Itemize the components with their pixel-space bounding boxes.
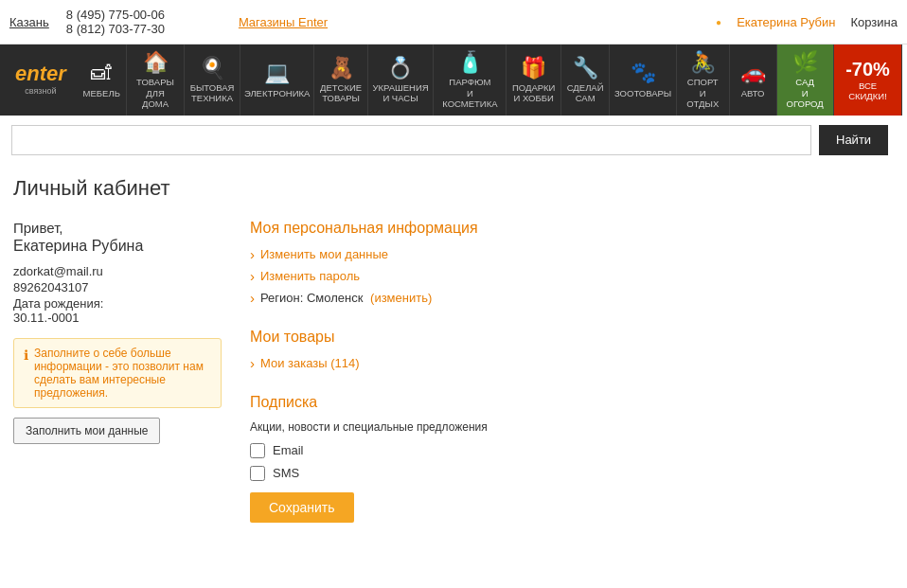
page-title: Личный кабинет bbox=[13, 176, 894, 201]
change-password-link[interactable]: Изменить пароль bbox=[260, 269, 360, 283]
nav-item-sport[interactable]: 🚴 СПОРТИ ОТДЫХ bbox=[677, 45, 730, 116]
nav-item-electronics[interactable]: 💻 ЭЛЕКТРОНИКА bbox=[240, 45, 315, 116]
personal-section: Моя персональная информация Изменить мои… bbox=[250, 220, 894, 306]
nav-items: 🛋 МЕБЕЛЬ 🏠 ТОВАРЫДЛЯ ДОМА 🍳 БЫТОВАЯТЕХНИ… bbox=[78, 45, 907, 116]
orders-section-title: Мои товары bbox=[250, 329, 894, 346]
user-phone: 89262043107 bbox=[13, 280, 222, 294]
user-fullname: Екатерина Рубина bbox=[13, 238, 222, 255]
subscription-section: Подписка Акции, новости и специальные пр… bbox=[250, 394, 894, 523]
edit-data-item: Изменить мои данные bbox=[250, 246, 894, 262]
nav-item-diy[interactable]: 🔧 СДЕЛАЙСАМ bbox=[561, 45, 610, 116]
fill-data-button[interactable]: Заполнить мои данные bbox=[13, 418, 160, 444]
jewelry-label: УКРАШЕНИЯИ ЧАСЫ bbox=[372, 82, 428, 104]
greeting: Привет, bbox=[13, 220, 222, 236]
zoo-icon: 🐾 bbox=[631, 61, 656, 85]
logo-sub: связной bbox=[15, 86, 66, 96]
auto-icon: 🚗 bbox=[740, 61, 766, 85]
personal-section-title: Моя персональная информация bbox=[250, 220, 894, 237]
electronics-label: ЭЛЕКТРОНИКА bbox=[244, 88, 311, 98]
sport-icon: 🚴 bbox=[690, 50, 716, 75]
nav-item-sale[interactable]: -70% ВСЕ СКИДКИ! bbox=[834, 45, 903, 116]
subscription-section-title: Подписка bbox=[250, 394, 894, 411]
furniture-label: МЕБЕЛЬ bbox=[83, 88, 120, 98]
appliances-icon: 🍳 bbox=[200, 56, 225, 80]
nav-item-auto[interactable]: 🚗 АВТО bbox=[730, 45, 777, 116]
edit-data-link[interactable]: Изменить мои данные bbox=[260, 247, 388, 261]
nav-item-gifts[interactable]: 🎁 ПОДАРКИИ ХОББИ bbox=[507, 45, 560, 116]
top-bar: Казань 8 (800) 700-00-09 8 (495) 775-00-… bbox=[0, 0, 907, 45]
nav-item-jewelry[interactable]: 💍 УКРАШЕНИЯИ ЧАСЫ bbox=[368, 45, 435, 116]
user-dot: ● bbox=[716, 17, 721, 27]
home-label: ТОВАРЫДЛЯ ДОМА bbox=[134, 77, 177, 109]
phone3-display: 8 (812) 703-77-30 bbox=[66, 22, 165, 36]
logo-text: enter bbox=[15, 63, 66, 84]
nav-bar: enter связной 🛋 МЕБЕЛЬ 🏠 ТОВАРЫДЛЯ ДОМА … bbox=[0, 45, 907, 116]
home-icon: 🏠 bbox=[143, 50, 169, 75]
perfume-label: ПАРФЮМИ КОСМЕТИКА bbox=[441, 77, 498, 109]
user-area: ● Екатерина Рубин Корзина bbox=[716, 15, 898, 29]
user-email: zdorkat@mail.ru bbox=[13, 264, 222, 278]
cart-link[interactable]: Корзина bbox=[850, 15, 898, 29]
left-panel: Привет, Екатерина Рубина zdorkat@mail.ru… bbox=[13, 220, 222, 545]
right-panel: Моя персональная информация Изменить мои… bbox=[250, 220, 894, 545]
search-bar: Найти bbox=[0, 116, 907, 165]
diy-label: СДЕЛАЙСАМ bbox=[567, 82, 604, 104]
orders-link[interactable]: Мои заказы (114) bbox=[260, 356, 360, 370]
orders-section: Мои товары Мои заказы (114) bbox=[250, 329, 894, 371]
furniture-icon: 🛋 bbox=[91, 61, 112, 85]
nav-item-perfume[interactable]: 🧴 ПАРФЮМИ КОСМЕТИКА bbox=[434, 45, 507, 116]
appliances-label: БЫТОВАЯТЕХНИКА bbox=[190, 82, 235, 104]
subscription-items: Email SMS bbox=[250, 443, 894, 481]
electronics-icon: 💻 bbox=[264, 61, 290, 85]
zoo-label: ЗООТОВАРЫ bbox=[614, 88, 671, 98]
nav-item-furniture[interactable]: 🛋 МЕБЕЛЬ bbox=[78, 45, 127, 116]
sms-label: SMS bbox=[273, 466, 299, 480]
gifts-icon: 🎁 bbox=[521, 56, 546, 80]
user-dob: 30.11.-0001 bbox=[13, 311, 222, 325]
save-button[interactable]: Сохранить bbox=[250, 492, 354, 523]
logo[interactable]: enter связной bbox=[4, 45, 78, 116]
nav-item-zoo[interactable]: 🐾 ЗООТОВАРЫ bbox=[610, 45, 677, 116]
kids-icon: 🧸 bbox=[329, 56, 354, 80]
search-input[interactable] bbox=[11, 125, 811, 155]
region-item: Регион: Смоленск (изменить) bbox=[250, 290, 894, 306]
user-dob-label: Дата рождения: bbox=[13, 296, 222, 311]
nav-item-kids[interactable]: 🧸 ДЕТСКИЕТОВАРЫ bbox=[314, 45, 367, 116]
sms-checkbox-row: SMS bbox=[250, 466, 894, 481]
info-box: ℹ Заполните о себе больше информации - э… bbox=[13, 338, 222, 408]
perfume-icon: 🧴 bbox=[457, 50, 483, 75]
garden-icon: 🌿 bbox=[792, 50, 818, 75]
info-icon: ℹ bbox=[24, 347, 28, 400]
sale-percent: -70% bbox=[845, 58, 890, 80]
stores-link[interactable]: Магазины Enter bbox=[239, 15, 328, 29]
gifts-label: ПОДАРКИИ ХОББИ bbox=[512, 82, 555, 104]
phone2-display: 8 (495) 775-00-06 bbox=[66, 8, 165, 22]
nav-item-home[interactable]: 🏠 ТОВАРЫДЛЯ ДОМА bbox=[127, 45, 186, 116]
nav-item-tchibo[interactable]: ⚽ TCHIBO SHOP bbox=[902, 45, 907, 116]
sms-checkbox[interactable] bbox=[250, 466, 265, 481]
sale-label: ВСЕ СКИДКИ! bbox=[842, 80, 895, 102]
diy-icon: 🔧 bbox=[573, 56, 598, 80]
user-name-top[interactable]: Екатерина Рубин bbox=[737, 15, 835, 29]
nav-item-garden[interactable]: 🌿 САДИ ОГОРОД bbox=[777, 45, 834, 116]
garden-label: САДИ ОГОРОД bbox=[785, 77, 826, 109]
promo-text: Акции, новости и специальные предложения bbox=[250, 420, 894, 434]
email-checkbox-row: Email bbox=[250, 443, 894, 458]
email-label: Email bbox=[273, 443, 304, 457]
region-change-link[interactable]: (изменить) bbox=[370, 291, 432, 305]
jewelry-icon: 💍 bbox=[387, 56, 413, 80]
info-text: Заполните о себе больше информации - это… bbox=[34, 347, 211, 400]
orders-item: Мои заказы (114) bbox=[250, 355, 894, 371]
kids-label: ДЕТСКИЕТОВАРЫ bbox=[320, 82, 362, 104]
main-content: Личный кабинет Привет, Екатерина Рубина … bbox=[0, 165, 907, 557]
search-button[interactable]: Найти bbox=[819, 125, 888, 155]
nav-item-appliances[interactable]: 🍳 БЫТОВАЯТЕХНИКА bbox=[185, 45, 240, 116]
sport-label: СПОРТИ ОТДЫХ bbox=[685, 77, 721, 109]
city-link[interactable]: Казань bbox=[9, 15, 49, 29]
auto-label: АВТО bbox=[741, 88, 765, 98]
content-layout: Привет, Екатерина Рубина zdorkat@mail.ru… bbox=[13, 220, 894, 545]
email-checkbox[interactable] bbox=[250, 443, 265, 458]
region-value: Смоленск bbox=[307, 291, 363, 305]
change-password-item: Изменить пароль bbox=[250, 268, 894, 284]
region-label: Регион: bbox=[260, 291, 303, 305]
